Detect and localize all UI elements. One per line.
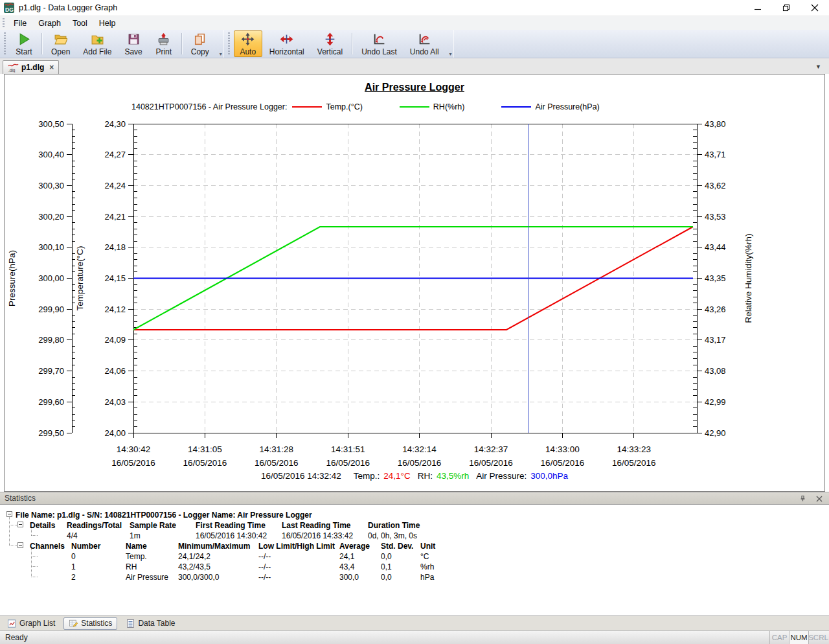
expander-file[interactable] — [6, 511, 12, 517]
toolbar-button-undo-all[interactable]: Undo All — [404, 30, 445, 57]
expander-details[interactable] — [17, 522, 23, 527]
humidity-tick-label: 43,17 — [705, 335, 726, 345]
toolbar-button-print[interactable]: Print — [150, 30, 178, 57]
stats-channels-header: Number — [71, 541, 100, 551]
temperature-tick-label: 24,30 — [104, 119, 126, 129]
stats-channel-cell: hPa — [420, 572, 434, 582]
toolbar-button-copy[interactable]: Copy — [185, 30, 215, 57]
readout-datetime: 16/05/2016 14:32:42 — [261, 471, 341, 481]
temperature-tick-label: 24,27 — [104, 150, 126, 159]
pressure-tick-label: 300,30 — [38, 181, 64, 190]
tab-close-icon[interactable]: × — [49, 63, 54, 71]
plot-area[interactable]: 300,5024,3043,80300,4024,2743,71300,3024… — [5, 113, 826, 470]
x-tick-time-label: 14:33:00 — [545, 444, 580, 454]
stats-details-value: 4/4 — [67, 531, 78, 541]
view-tab-statistics[interactable]: Statistics — [63, 617, 117, 630]
menu-item-help[interactable]: Help — [93, 17, 122, 29]
toolbar-grip[interactable] — [4, 32, 6, 54]
toolbar-button-start[interactable]: Start — [10, 30, 38, 57]
tab-list-dropdown-icon[interactable]: ▼ — [815, 63, 821, 70]
readout-temp-label: Temp.: — [354, 471, 380, 481]
x-tick-date-label: 16/05/2016 — [255, 458, 299, 468]
stats-channel-cell: RH — [126, 562, 137, 572]
stats-details-value: 0d, 0h, 3m, 0s — [368, 531, 417, 541]
tab-label: p1.dlg — [21, 63, 44, 72]
toolbar-button-label: Print — [155, 47, 172, 56]
arrows-h-icon — [280, 32, 293, 46]
status-indicator-scrl: SCRL — [808, 631, 828, 644]
stats-channel-cell: Air Pressure — [126, 572, 168, 582]
x-tick-time-label: 14:31:05 — [188, 444, 222, 454]
view-tab-label: Data Table — [138, 619, 175, 628]
close-button[interactable] — [801, 0, 829, 16]
stats-channel-row: 2Air Pressure300,0/300,0--/--300,00,0hPa — [0, 572, 829, 582]
readout-rh-value: 43,5%rh — [437, 471, 469, 481]
menu-bar: FileGraphToolHelp — [0, 16, 829, 30]
toolbar-button-save[interactable]: Save — [119, 30, 148, 57]
temperature-tick-label: 24,00 — [104, 428, 126, 438]
minimize-button[interactable] — [744, 0, 772, 16]
pressure-tick-label: 299,90 — [38, 305, 64, 314]
toolbar-button-label: Start — [16, 47, 32, 56]
legend-swatch-air-pressure-hpa — [501, 106, 531, 108]
humidity-axis-title: Relative Humidity(%rh) — [744, 233, 753, 323]
legend-swatch-temp-c — [292, 106, 322, 108]
svg-text:.dlg: .dlg — [8, 67, 16, 73]
stats-details-label: Details — [30, 520, 55, 531]
legend-swatch-rh-rh — [400, 106, 429, 108]
view-tab-data-table[interactable]: Data Table — [121, 617, 179, 630]
toolbar-button-vertical[interactable]: Vertical — [312, 30, 348, 57]
toolbar-button-label: Auto — [240, 47, 256, 56]
x-tick-date-label: 16/05/2016 — [326, 458, 370, 468]
temperature-tick-label: 24,09 — [104, 335, 126, 345]
pin-icon[interactable] — [798, 494, 808, 503]
toolbar-button-label: Copy — [191, 47, 209, 56]
dlg-file-icon: .dlg — [8, 63, 19, 73]
menu-item-graph[interactable]: Graph — [32, 17, 67, 29]
toolbar-button-undo-last[interactable]: Undo Last — [356, 30, 403, 57]
pressure-tick-label: 299,70 — [38, 366, 64, 376]
toolbar-button-open[interactable]: Open — [45, 30, 76, 57]
humidity-tick-label: 42,90 — [705, 428, 726, 438]
toolbar-separator — [41, 33, 42, 54]
temperature-tick-label: 24,24 — [104, 181, 126, 190]
chart-title: Air Pressure Logger — [5, 82, 824, 93]
tab-p1dlg[interactable]: .dlg p1.dlg × — [3, 60, 59, 74]
stats-channel-cell: Temp. — [126, 551, 147, 562]
stats-channels-header: Minimum/Maximum — [178, 541, 250, 551]
menu-item-file[interactable]: File — [8, 17, 32, 29]
toolbar-grip[interactable] — [228, 32, 230, 54]
toolbar-group-zoom-tools: AutoHorizontalVerticalUndo LastUndo All▾ — [225, 30, 454, 58]
status-ready-text: Ready — [5, 633, 28, 642]
menubar-grip[interactable] — [3, 18, 5, 28]
pressure-tick-label: 299,60 — [38, 397, 64, 407]
temperature-tick-label: 24,21 — [104, 212, 126, 222]
legend-serial-prefix: 140821HTP0007156 - Air Pressure Logger: — [131, 102, 287, 111]
pressure-tick-label: 300,40 — [38, 150, 64, 159]
legend-label-air-pressure-hpa: Air Pressure(hPa) — [535, 102, 599, 111]
app-icon: DG — [4, 3, 14, 13]
temperature-tick-label: 24,18 — [104, 242, 126, 252]
stats-details-header: Duration Time — [368, 520, 420, 531]
toolbar-overflow-icon[interactable]: ▾ — [220, 52, 222, 57]
stats-details-value-row: 4/41m16/05/2016 14:30:4216/05/2016 14:33… — [0, 531, 829, 541]
readout-pressure-label: Air Pressure: — [476, 471, 527, 481]
toolbar-button-auto[interactable]: Auto — [234, 30, 262, 57]
expander-channels[interactable] — [17, 542, 23, 548]
menu-item-tool[interactable]: Tool — [67, 17, 93, 29]
panel-close-icon[interactable] — [814, 494, 824, 503]
undo-last-icon — [372, 32, 386, 46]
stats-channel-cell: °C — [420, 551, 429, 562]
stats-details-value: 1m — [130, 531, 141, 541]
humidity-tick-label: 43,35 — [705, 273, 726, 283]
toolbar-button-horizontal[interactable]: Horizontal — [264, 30, 310, 57]
restore-button[interactable] — [772, 0, 801, 16]
pressure-tick-label: 300,10 — [38, 242, 64, 252]
stats-channel-cell: 2 — [71, 572, 76, 582]
humidity-tick-label: 43,44 — [705, 242, 726, 252]
toolbar-group-file-tools: StartOpenAdd FileSavePrintCopy▾ — [1, 30, 224, 58]
toolbar-button-add-file[interactable]: Add File — [77, 30, 117, 57]
legend-label-rh-rh: RH(%rh) — [433, 102, 465, 111]
toolbar-overflow-icon[interactable]: ▾ — [449, 52, 452, 57]
view-tab-graph-list[interactable]: Graph List — [3, 617, 60, 630]
